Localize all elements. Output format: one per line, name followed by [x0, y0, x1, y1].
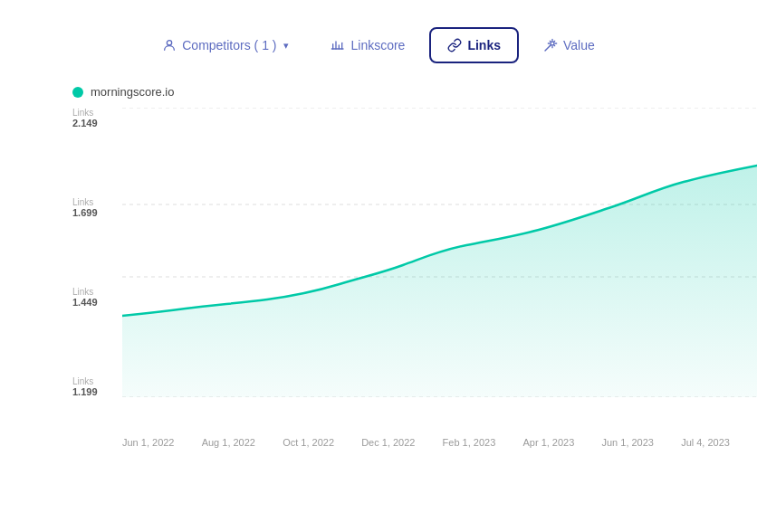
x-label-1: Aug 1, 2022 [202, 437, 255, 448]
linkscore-icon [331, 38, 345, 52]
x-label-5: Apr 1, 2023 [522, 437, 574, 448]
linkscore-button[interactable]: Linkscore [313, 28, 422, 62]
page-container: Competitors ( 1 ) ▾ Linkscore Links [0, 0, 757, 532]
legend-dot [72, 87, 83, 98]
competitors-button[interactable]: Competitors ( 1 ) ▾ [145, 28, 306, 62]
competitors-label: Competitors ( 1 ) [182, 38, 276, 52]
y-axis: Links 2.149 Links 1.699 Links 1.449 Link… [72, 108, 122, 397]
x-label-6: Jun 1, 2023 [601, 437, 654, 448]
chart-container: Links 2.149 Links 1.699 Links 1.449 Link… [18, 108, 739, 524]
value-label: Value [563, 38, 595, 52]
chart-svg [122, 108, 757, 397]
y-label-bottom: Links 1.199 [72, 376, 122, 397]
x-label-0: Jun 1, 2022 [122, 437, 175, 448]
links-icon [447, 38, 462, 52]
chevron-down-icon: ▾ [283, 40, 289, 52]
links-label: Links [467, 38, 501, 52]
value-icon [543, 38, 558, 52]
svg-point-0 [168, 41, 172, 45]
links-button[interactable]: Links [429, 27, 519, 63]
y-label-mid-lower: Links 1.449 [72, 287, 122, 308]
toolbar: Competitors ( 1 ) ▾ Linkscore Links [18, 18, 739, 63]
y-label-top: Links 2.149 [72, 108, 122, 128]
chart-body: Links 2.149 Links 1.699 Links 1.449 Link… [72, 108, 757, 433]
linkscore-label: Linkscore [350, 38, 405, 52]
x-label-2: Oct 1, 2022 [283, 437, 334, 448]
x-label-7: Jul 4, 2023 [681, 437, 730, 448]
x-axis: Jun 1, 2022 Aug 1, 2022 Oct 1, 2022 Dec … [72, 437, 730, 448]
x-label-4: Feb 1, 2023 [443, 437, 496, 448]
person-icon [162, 38, 177, 52]
x-label-3: Dec 1, 2022 [361, 437, 415, 448]
legend-site-label: morningscore.io [91, 85, 175, 99]
chart-legend: morningscore.io [18, 85, 739, 99]
value-button[interactable]: Value [526, 28, 612, 62]
svg-point-6 [551, 42, 554, 45]
y-label-mid-upper: Links 1.699 [72, 197, 122, 218]
